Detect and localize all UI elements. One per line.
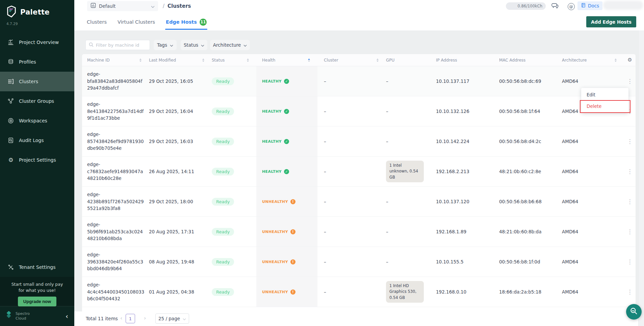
status-badge: Ready — [212, 228, 234, 236]
help-chat-launcher[interactable] — [626, 304, 642, 320]
status-cell: Ready — [212, 157, 256, 186]
status-filter-dropdown[interactable]: Status — [181, 40, 207, 50]
status-badge: Ready — [212, 108, 234, 115]
document-search-icon — [7, 137, 14, 144]
search-input[interactable] — [96, 43, 143, 48]
ip-address-cell: 10.10.142.224 — [436, 126, 499, 156]
machine-id-cell: edge-4c4c4544003450108033b6c04f504432 — [82, 277, 149, 307]
health-cell: HEALTHY ✓ — [256, 126, 317, 156]
book-icon — [581, 3, 586, 9]
health-indicator: HEALTHY ✓ — [262, 139, 289, 144]
column-header-status[interactable]: Status — [212, 54, 256, 66]
gpu-cell: – — [386, 247, 436, 277]
tab-clusters[interactable]: Clusters — [86, 14, 107, 30]
health-cell: UNHEALTHY ! — [256, 217, 317, 247]
table-row[interactable]: edge-4c4c4544003450108033b6c04f504432 01… — [82, 277, 636, 307]
sidebar-item-tenant-settings[interactable]: Tenant Settings — [0, 260, 74, 275]
page-size-select[interactable]: 25 / page — [155, 313, 189, 324]
search-icon — [89, 42, 94, 48]
architecture-cell: AMD64 — [562, 126, 624, 156]
palette-logo[interactable]: Palette — [6, 5, 50, 19]
upgrade-now-button[interactable]: Upgrade now — [18, 297, 56, 306]
status-cell: Ready — [212, 66, 256, 96]
status-badge: Ready — [212, 168, 234, 176]
machine-id-cell: edge-bfa83842a83d8405804f29a47ddbafcf — [82, 66, 149, 96]
column-header-cluster[interactable]: Cluster — [317, 54, 386, 66]
server-list-icon — [7, 78, 14, 85]
sidebar-item-profiles[interactable]: Profiles — [0, 52, 74, 72]
row-actions-button[interactable]: ⋮ — [624, 187, 636, 216]
status-cell: Ready — [212, 217, 256, 247]
column-header-health[interactable]: Health — [256, 54, 317, 66]
architecture-filter-dropdown[interactable]: Architecture — [210, 40, 250, 50]
column-header-architecture[interactable]: Architecture — [562, 54, 624, 66]
context-menu-edit[interactable]: Edit — [581, 89, 628, 100]
table-row[interactable]: edge-c76832aefe914893047a48210b60c28e 26… — [82, 157, 636, 187]
mac-address-cell: 00:50:56:b8:b6:68 — [499, 187, 562, 216]
row-actions-button[interactable]: ⋮ — [624, 157, 636, 186]
column-header-last-modified[interactable]: Last Modified — [149, 54, 212, 66]
docs-button[interactable]: Docs — [577, 1, 602, 10]
sidebar-item-label: Tenant Settings — [19, 264, 55, 270]
sidebar-item-project-overview[interactable]: Project Overview — [0, 32, 74, 52]
sort-icon — [615, 59, 617, 62]
row-actions-button[interactable]: ⋮ — [624, 126, 636, 156]
current-page-button[interactable]: 1 — [126, 314, 135, 323]
architecture-cell: AMD64 — [562, 157, 624, 186]
sidebar-item-project-settings[interactable]: ⚙ Project Settings — [0, 150, 74, 170]
prev-page-icon[interactable]: ‹ — [120, 315, 122, 321]
tab-edge-hosts[interactable]: Edge Hosts 11 — [165, 14, 207, 30]
sidebar-collapse-icon[interactable]: ‹ — [66, 313, 68, 320]
status-badge: Ready — [212, 258, 234, 266]
ip-address-cell: 10.10.137.120 — [436, 187, 499, 216]
machine-id-cell: edge-857438426ef9d9781930dbe90b705e4e — [82, 126, 149, 156]
chevron-down-icon — [170, 42, 173, 48]
tags-filter-dropdown[interactable]: Tags — [154, 40, 177, 50]
add-edge-hosts-button[interactable]: Add Edge Hosts — [586, 16, 636, 27]
context-menu-delete[interactable]: Delete — [581, 100, 628, 112]
table-row[interactable]: edge-396338420e4f260a55c3bbd046db9b64 08… — [82, 247, 636, 277]
tab-virtual-clusters[interactable]: Virtual Clusters — [117, 14, 156, 30]
project-selector[interactable]: Default — [87, 1, 158, 11]
cluster-cell: – — [317, 187, 386, 216]
next-page-icon[interactable]: › — [144, 315, 146, 321]
user-account-blurred[interactable] — [603, 1, 643, 10]
sidebar-item-audit-logs[interactable]: Audit Logs — [0, 131, 74, 150]
health-status-icon: ✓ — [284, 79, 289, 84]
mention-support-button[interactable]: @ — [567, 2, 575, 11]
gpu-cell: 1 Intel unknown, 0.54 GB — [386, 157, 436, 186]
table-row[interactable]: edge-5b96f691ab253ca3c02448210b608bda 20… — [82, 217, 636, 247]
row-actions-button[interactable]: ⋮ — [624, 277, 636, 307]
ip-address-cell: 10.10.137.117 — [436, 66, 499, 96]
machine-id-search[interactable] — [85, 40, 150, 50]
health-cell: UNHEALTHY ! — [256, 277, 317, 307]
row-actions-button[interactable]: ⋮ — [624, 247, 636, 277]
table-row[interactable]: edge-4238b891f7267a5024295521a92b3fa8 29… — [82, 187, 636, 217]
row-actions-button[interactable]: ⋮ — [624, 217, 636, 247]
scrollbar-track[interactable] — [638, 30, 644, 326]
health-status-icon: ✓ — [284, 109, 289, 114]
health-status-icon: ! — [290, 199, 295, 204]
sidebar-item-cluster-groups[interactable]: Cluster Groups — [0, 91, 74, 111]
sidebar-item-workspaces[interactable]: Workspaces — [0, 111, 74, 131]
column-header-machine-id[interactable]: Machine ID — [82, 54, 149, 66]
chat-bubbles-icon — [551, 3, 559, 10]
status-cell: Ready — [212, 126, 256, 156]
table-row[interactable]: edge-bfa83842a83d8405804f29a47ddbafcf 29… — [82, 66, 636, 96]
feedback-chat-button[interactable] — [550, 2, 559, 11]
status-badge: Ready — [212, 198, 234, 206]
column-header-gpu: GPU — [386, 54, 436, 66]
table-row[interactable]: edge-857438426ef9d9781930dbe90b705e4e 29… — [82, 126, 636, 157]
mac-address-cell: 00:50:56:b8:1f:0d — [499, 247, 562, 277]
mac-address-cell: 00:50:56:b8:1f:64 — [499, 96, 562, 126]
column-settings-button[interactable]: ⚙ — [624, 54, 636, 66]
table-row[interactable]: edge-8e41384227563a7d14df9f1d1ac73bbe 29… — [82, 96, 636, 126]
mac-address-cell: 00:50:56:b8:dc:69 — [499, 66, 562, 96]
cluster-cell: – — [317, 126, 386, 156]
gpu-cell: – — [386, 217, 436, 247]
sidebar-nav: Project Overview Profiles Clusters Clust… — [0, 32, 74, 170]
health-indicator: UNHEALTHY ! — [262, 289, 295, 295]
app-version: 4.7.29 — [6, 22, 18, 26]
sidebar-item-clusters[interactable]: Clusters — [0, 72, 74, 91]
machine-id-cell: edge-396338420e4f260a55c3bbd046db9b64 — [82, 247, 149, 277]
